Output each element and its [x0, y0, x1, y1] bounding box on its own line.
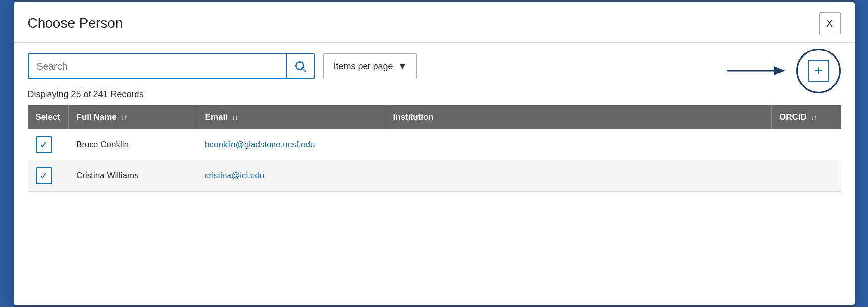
table-cell-institution-1: [385, 160, 771, 192]
bg-right-strip: [854, 0, 868, 307]
table-cell-select-1: ✓: [28, 160, 69, 192]
modal-title: Choose Person: [28, 15, 123, 31]
table-cell-email-0: bconklin@gladstone.ucsf.edu: [197, 129, 385, 160]
col-header-fullname[interactable]: Full Name ↓↑: [68, 105, 197, 129]
choose-person-modal: Choose Person X Items per page ▼: [14, 2, 855, 305]
plus-icon: +: [814, 63, 822, 79]
items-per-page-label: Items per page: [334, 61, 393, 72]
search-input[interactable]: [29, 54, 286, 78]
sort-arrows-orcid: ↓↑: [811, 113, 817, 121]
arrow-area: [727, 62, 786, 80]
table-row: ✓ Cristina Williams cristina@ici.edu: [28, 160, 841, 192]
sort-arrows-fullname: ↓↑: [121, 113, 127, 121]
checkbox-icon-0: ✓: [40, 139, 48, 151]
checkbox-icon-1: ✓: [40, 170, 48, 182]
svg-line-1: [302, 69, 305, 72]
bg-left-strip: [0, 0, 14, 307]
col-header-institution: Institution: [385, 105, 771, 129]
close-button[interactable]: X: [819, 12, 841, 34]
search-box: [28, 53, 315, 79]
arrow-icon: [727, 62, 786, 80]
table-cell-orcid-1: [772, 160, 841, 192]
search-button[interactable]: [286, 54, 314, 78]
table-cell-institution-0: [385, 129, 771, 160]
col-header-orcid[interactable]: ORCID ↓↑: [772, 105, 841, 129]
table-row: ✓ Bruce Conklin bconklin@gladstone.ucsf.…: [28, 129, 841, 160]
displaying-records-text: Displaying 25 of 241 Records: [28, 89, 841, 100]
modal-overlay: Choose Person X Items per page ▼: [0, 0, 868, 307]
email-link-1[interactable]: cristina@ici.edu: [205, 171, 264, 180]
select-checkbox-0[interactable]: ✓: [36, 136, 52, 153]
table-cell-fullname-1: Cristina Williams: [68, 160, 197, 192]
items-per-page-button[interactable]: Items per page ▼: [323, 53, 417, 79]
person-table: Select Full Name ↓↑ Email ↓↑ Institution: [28, 105, 841, 192]
select-checkbox-1[interactable]: ✓: [36, 167, 52, 184]
table-cell-orcid-0: [772, 129, 841, 160]
modal-body: Items per page ▼: [14, 43, 855, 192]
col-header-email[interactable]: Email ↓↑: [197, 105, 385, 129]
email-link-0[interactable]: bconklin@gladstone.ucsf.edu: [205, 140, 315, 149]
table-cell-select-0: ✓: [28, 129, 69, 160]
col-header-select: Select: [28, 105, 69, 129]
search-icon: [294, 60, 307, 73]
table-cell-email-1: cristina@ici.edu: [197, 160, 385, 192]
modal-header: Choose Person X: [14, 2, 855, 43]
sort-arrows-email: ↓↑: [232, 113, 238, 121]
plus-box: +: [808, 60, 829, 82]
add-person-area: +: [727, 49, 841, 93]
table-cell-fullname-0: Bruce Conklin: [68, 129, 197, 160]
table-header: Select Full Name ↓↑ Email ↓↑ Institution: [28, 105, 841, 129]
table-body: ✓ Bruce Conklin bconklin@gladstone.ucsf.…: [28, 129, 841, 192]
controls-row: Items per page ▼: [28, 53, 841, 79]
dropdown-arrow-icon: ▼: [398, 61, 407, 72]
add-person-button[interactable]: +: [796, 49, 841, 93]
